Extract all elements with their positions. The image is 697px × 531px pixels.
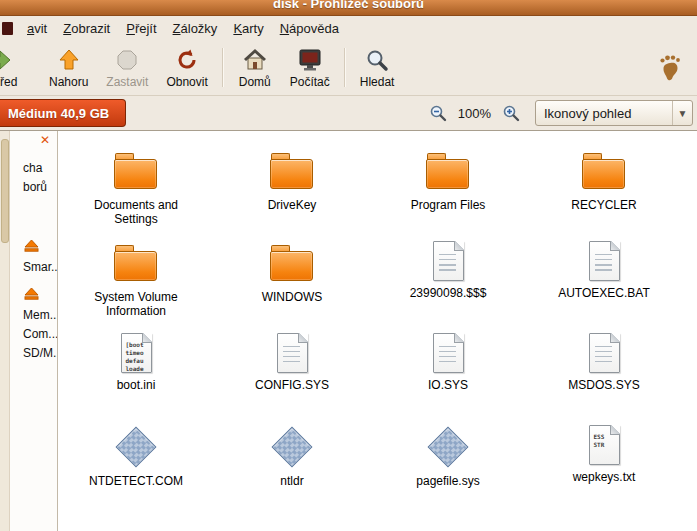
menu-zalozky[interactable]: Záložky — [165, 18, 226, 39]
folder-icon — [582, 149, 626, 193]
titlebar[interactable]: disk - Prohlížeč souborů — [0, 0, 697, 16]
document-icon — [589, 241, 620, 281]
file-label: RECYCLER — [571, 198, 636, 212]
file-item[interactable]: NTDETECT.COM — [58, 421, 214, 513]
file-item[interactable]: DriveKey — [214, 145, 370, 237]
computer-icon — [297, 47, 323, 73]
folder-icon — [114, 149, 158, 193]
file-item[interactable]: Program Files — [370, 145, 526, 237]
document-icon — [433, 333, 464, 373]
toolbar-refresh-button[interactable]: Obnovit — [157, 44, 216, 92]
menu-zobrazit[interactable]: Zobrazit — [55, 18, 118, 39]
toolbar-forward-label: řed — [0, 75, 17, 89]
zoom-in-button[interactable] — [499, 101, 523, 125]
scrollbar-thumb[interactable] — [1, 139, 9, 243]
document-lines — [439, 346, 456, 365]
document-lines — [595, 254, 612, 273]
file-item[interactable]: System Volume Information — [58, 237, 214, 329]
file-item[interactable]: AUTOEXEC.BAT — [526, 237, 682, 329]
file-item[interactable]: 23990098.$$$ — [370, 237, 526, 329]
zoom-out-button[interactable] — [426, 101, 450, 125]
home-icon — [243, 47, 267, 73]
file-label: Program Files — [411, 198, 486, 212]
document-icon: ESS STR — [589, 425, 620, 465]
file-label: System Volume Information — [74, 290, 198, 319]
file-label: boot.ini — [117, 378, 156, 392]
view-mode-select[interactable]: Ikonový pohled ▼ — [535, 100, 693, 126]
menu-upravit[interactable]: avit — [19, 18, 55, 39]
folder-icon — [426, 149, 470, 193]
document-icon: [boot timeo defau loade — [121, 333, 152, 373]
view-mode-value: Ikonový pohled — [544, 106, 631, 121]
file-label: pagefile.sys — [416, 474, 479, 488]
toolbar-forward-button[interactable]: řed — [0, 44, 30, 92]
menu-karty[interactable]: Karty — [225, 18, 271, 39]
sidebar: ✕ chaborůSmar...Mem...Com...SD/M... — [0, 131, 58, 531]
toolbar-up-label: Nahoru — [49, 75, 88, 89]
toolbar-search-label: Hledat — [360, 75, 395, 89]
document-lines — [595, 346, 612, 365]
file-browser-window: disk - Prohlížeč souborů avit Zobrazit P… — [0, 0, 697, 531]
binary-file-icon — [114, 425, 158, 469]
toolbar-stop-label: Zastavit — [106, 75, 148, 89]
file-label: ntldr — [280, 474, 303, 488]
toolbar-separator — [222, 48, 224, 87]
document-preview-text: ESS STR — [594, 433, 616, 449]
toolbar-up-button[interactable]: Nahoru — [40, 44, 97, 92]
toolbar-search-button[interactable]: Hledat — [351, 44, 404, 92]
file-item[interactable]: MSDOS.SYS — [526, 329, 682, 421]
menu-prejit[interactable]: Přejít — [118, 18, 164, 39]
menubar: avit Zobrazit Přejít Záložky Karty Nápov… — [0, 16, 697, 40]
window-title: disk - Prohlížeč souborů — [273, 0, 424, 15]
file-item[interactable]: WINDOWS — [214, 237, 370, 329]
folder-icon — [270, 149, 314, 193]
chevron-down-icon: ▼ — [672, 101, 692, 125]
file-label: wepkeys.txt — [573, 470, 636, 484]
file-item[interactable]: IO.SYS — [370, 329, 526, 421]
stop-icon — [115, 47, 139, 73]
toolbar-refresh-label: Obnovit — [166, 75, 207, 89]
document-icon — [277, 333, 308, 373]
icon-view[interactable]: Documents and SettingsDriveKeyProgram Fi… — [58, 131, 697, 531]
gnome-foot-icon — [657, 54, 683, 82]
file-item[interactable]: CONFIG.SYS — [214, 329, 370, 421]
toolbar-computer-button[interactable]: Počítač — [281, 44, 339, 92]
file-label: 23990098.$$$ — [410, 286, 487, 300]
file-item[interactable]: Documents and Settings — [58, 145, 214, 237]
file-item[interactable]: RECYCLER — [526, 145, 682, 237]
file-label: WINDOWS — [262, 290, 323, 304]
file-grid: Documents and SettingsDriveKeyProgram Fi… — [58, 145, 697, 513]
file-label: Documents and Settings — [74, 198, 198, 227]
toolbar-home-button[interactable]: Domů — [229, 44, 281, 92]
document-lines — [439, 254, 456, 273]
binary-file-icon — [270, 425, 314, 469]
window-body: ✕ chaborůSmar...Mem...Com...SD/M... Docu… — [0, 131, 697, 531]
toolbar-stop-button[interactable]: Zastavit — [97, 44, 157, 92]
folder-icon — [114, 241, 158, 285]
refresh-icon — [175, 47, 199, 73]
document-icon — [589, 333, 620, 373]
forward-arrow-icon — [0, 47, 12, 73]
folder-icon — [270, 241, 314, 285]
location-bar: Médium 40,9 GB 100% Ikonový pohled ▼ — [0, 96, 697, 131]
toolbar-computer-label: Počítač — [290, 75, 330, 89]
file-item[interactable]: [boot timeo defau loadeboot.ini — [58, 329, 214, 421]
search-icon — [365, 47, 389, 73]
file-label: AUTOEXEC.BAT — [558, 286, 650, 300]
file-label: DriveKey — [268, 198, 317, 212]
file-item[interactable]: ntldr — [214, 421, 370, 513]
sidebar-scrollbar[interactable] — [0, 131, 10, 531]
file-label: MSDOS.SYS — [568, 378, 639, 392]
volume-button[interactable]: Médium 40,9 GB — [0, 99, 126, 127]
document-icon — [433, 241, 464, 281]
binary-file-icon — [426, 425, 470, 469]
document-lines — [283, 346, 300, 365]
file-item[interactable]: pagefile.sys — [370, 421, 526, 513]
file-label: IO.SYS — [428, 378, 468, 392]
file-label: CONFIG.SYS — [255, 378, 329, 392]
menu-napoveda[interactable]: Nápověda — [272, 18, 347, 39]
zoom-level: 100% — [458, 106, 491, 121]
toolbar-separator — [344, 48, 346, 87]
file-item[interactable]: ESS STRwepkeys.txt — [526, 421, 682, 513]
sidebar-close-button[interactable]: ✕ — [38, 133, 52, 147]
